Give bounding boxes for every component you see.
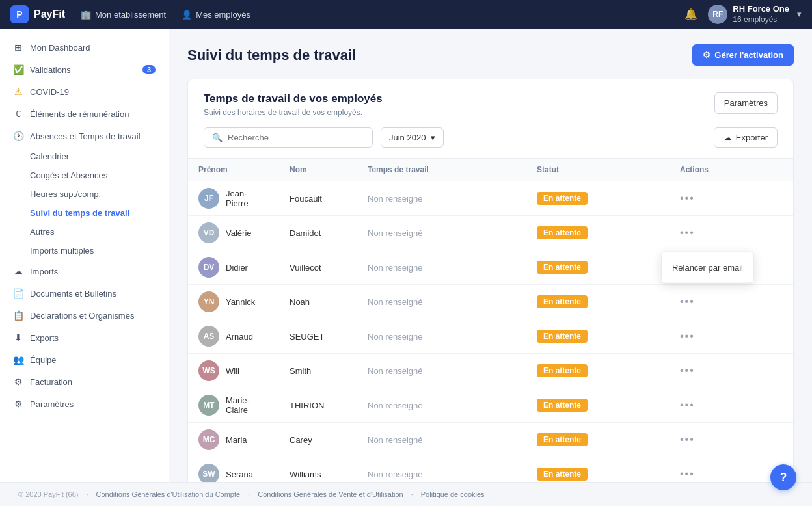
export-icon: ☁: [724, 133, 732, 142]
sidebar-item-parametres[interactable]: ⚙ Paramètres: [0, 393, 169, 415]
sidebar: ⊞ Mon Dashboard ✅ Validations 3 ⚠ COVID-…: [0, 29, 169, 482]
cell-prenom: DV Didier: [188, 250, 279, 285]
euro-icon: €: [13, 109, 23, 119]
sidebar-item-facturation[interactable]: ⚙ Facturation: [0, 371, 169, 393]
table-row: MC Maria Carey Non renseigné En attente …: [188, 423, 793, 457]
avatar: JF: [198, 188, 219, 209]
cell-actions: Relancer par email: [670, 250, 793, 285]
sidebar-subitem-heures[interactable]: Heures sup./comp.: [30, 185, 169, 204]
more-actions-button[interactable]: •••: [680, 365, 695, 376]
footer-link-cookies[interactable]: Politique de cookies: [421, 490, 485, 498]
chevron-down-icon: ▾: [431, 133, 435, 142]
sidebar-item-imports[interactable]: ☁ Imports: [0, 260, 169, 282]
sidebar-item-validations[interactable]: ✅ Validations 3: [0, 59, 169, 81]
sidebar-subitem-imports-multiples[interactable]: Imports multiples: [30, 241, 169, 260]
user-menu[interactable]: RF RH Force One 16 employés ▾: [708, 4, 802, 25]
document-icon: 📄: [13, 288, 23, 299]
clipboard-icon: 📋: [13, 310, 23, 321]
sidebar-item-documents[interactable]: 📄 Documents et Bulletins: [0, 282, 169, 304]
search-input[interactable]: [228, 133, 364, 142]
more-actions-button[interactable]: •••: [680, 330, 695, 341]
cloud-icon: ☁: [13, 266, 23, 276]
cell-prenom: VD Valérie: [188, 216, 279, 250]
brand-logo[interactable]: P PayFit: [10, 5, 65, 23]
avatar: SW: [198, 464, 219, 482]
avatar: WS: [198, 360, 219, 381]
cell-nom: Williams: [279, 457, 357, 483]
sidebar-subitem-calendrier[interactable]: Calendrier: [30, 147, 169, 166]
cell-temps: Non renseigné: [357, 423, 526, 457]
date-filter[interactable]: Juin 2020 ▾: [381, 127, 444, 148]
more-actions-button[interactable]: •••: [680, 434, 695, 445]
table-row: YN Yannick Noah Non renseigné En attente…: [188, 285, 793, 319]
footer-link-cgv[interactable]: Conditions Générales de Vente et d'Utili…: [258, 490, 403, 498]
cell-prenom: WS Will: [188, 354, 279, 388]
cell-statut: En attente: [526, 457, 670, 483]
sidebar-item-declarations[interactable]: 📋 Déclarations et Organismes: [0, 304, 169, 326]
cell-prenom: MC Maria: [188, 423, 279, 457]
chevron-down-icon: ▾: [797, 9, 802, 19]
cell-statut: En attente: [526, 216, 670, 250]
copyright: © 2020 PayFit (66): [18, 490, 78, 498]
cell-actions: •••: [670, 285, 793, 319]
sidebar-item-exports[interactable]: ⬇ Exports: [0, 326, 169, 349]
help-button[interactable]: ?: [770, 464, 796, 490]
cell-temps: Non renseigné: [357, 457, 526, 483]
card-header-text: Temps de travail de vos employés Suivi d…: [204, 92, 383, 117]
more-actions-button[interactable]: •••: [680, 399, 695, 410]
table-row: MT Marie-Claire THIRION Non renseigné En…: [188, 388, 793, 423]
main-content: Suivi du temps de travail ⚙ Gérer l'acti…: [169, 29, 812, 482]
relancer-par-email[interactable]: Relancer par email: [662, 258, 753, 278]
bell-icon[interactable]: 🔔: [684, 8, 697, 20]
cell-temps: Non renseigné: [357, 181, 526, 216]
col-actions: Actions: [670, 159, 793, 181]
cell-prenom: SW Serana: [188, 457, 279, 483]
more-actions-button[interactable]: •••: [680, 296, 695, 307]
more-actions-button[interactable]: •••: [680, 468, 695, 479]
topnav-link-employes[interactable]: 👤 Mes employés: [182, 10, 250, 20]
topnav-link-etablissement[interactable]: 🏢 Mon établissement: [81, 10, 166, 20]
table-row: DV Didier Vuillecot Non renseigné En att…: [188, 250, 793, 285]
status-badge: En attente: [537, 261, 588, 274]
sidebar-subitem-autres[interactable]: Autres: [30, 222, 169, 241]
cell-nom: Carey: [279, 423, 357, 457]
table-row: AS Arnaud SEUGET Non renseigné En attent…: [188, 319, 793, 354]
avatar: YN: [198, 291, 219, 312]
submenu: Calendrier Congés et Absences Heures sup…: [0, 147, 169, 260]
cell-prenom: AS Arnaud: [188, 319, 279, 354]
sidebar-subitem-suivi[interactable]: Suivi du temps de travail: [30, 204, 169, 222]
params-button[interactable]: Paramètres: [714, 92, 778, 114]
search-box[interactable]: 🔍: [204, 127, 373, 148]
table-row: SW Serana Williams Non renseigné En atte…: [188, 457, 793, 483]
col-statut: Statut: [526, 159, 670, 181]
table-body: JF Jean-Pierre Foucault Non renseigné En…: [188, 181, 793, 483]
cell-nom: SEUGET: [279, 319, 357, 354]
settings-icon: ⚙: [13, 399, 23, 409]
card-title: Temps de travail de vos employés: [204, 92, 383, 105]
more-actions-button[interactable]: •••: [680, 227, 695, 238]
cell-nom: Vuillecot: [279, 250, 357, 285]
brand-icon: P: [10, 5, 29, 23]
topnav-right: 🔔 RF RH Force One 16 employés ▾: [684, 4, 802, 25]
sidebar-item-remuneration[interactable]: € Éléments de rémunération: [0, 103, 169, 125]
status-badge: En attente: [537, 226, 588, 239]
more-actions-button[interactable]: •••: [680, 193, 695, 204]
cell-nom: Smith: [279, 354, 357, 388]
sidebar-item-absences[interactable]: 🕐 Absences et Temps de travail: [0, 125, 169, 147]
cell-actions: •••: [670, 181, 793, 216]
sidebar-item-covid[interactable]: ⚠ COVID-19: [0, 81, 169, 103]
cell-prenom: YN Yannick: [188, 285, 279, 319]
status-badge: En attente: [537, 295, 588, 308]
footer-link-cgu[interactable]: Conditions Générales d'Utilisation du Co…: [96, 490, 241, 498]
export-button[interactable]: ☁ Exporter: [714, 127, 778, 148]
sidebar-item-dashboard[interactable]: ⊞ Mon Dashboard: [0, 36, 169, 59]
avatar: DV: [198, 257, 219, 278]
cell-statut: En attente: [526, 388, 670, 423]
validations-badge: 3: [142, 65, 156, 74]
sidebar-item-equipe[interactable]: 👥 Équipe: [0, 349, 169, 371]
avatar: AS: [198, 326, 219, 347]
col-prenom: Prénom: [188, 159, 279, 181]
activate-button[interactable]: ⚙ Gérer l'activation: [692, 44, 794, 66]
sidebar-subitem-conges[interactable]: Congés et Absences: [30, 166, 169, 185]
col-nom: Nom: [279, 159, 357, 181]
